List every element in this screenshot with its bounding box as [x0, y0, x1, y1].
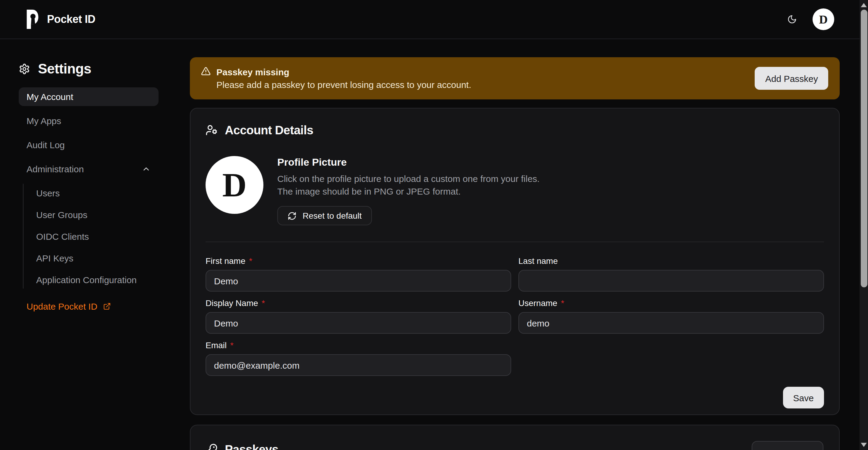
account-form: First name * Last name Display Name * — [206, 257, 824, 376]
passkey-warning-banner: Passkey missing Please add a passkey to … — [190, 57, 840, 99]
moon-icon — [787, 14, 797, 24]
passkeys-add-button-partial[interactable] — [752, 441, 824, 450]
sidebar-item-user-groups[interactable]: User Groups — [36, 205, 181, 224]
sidebar-item-label: Administration — [27, 164, 84, 174]
last-name-field-group: Last name — [518, 257, 824, 292]
profile-picture-info: Profile Picture Click on the profile pic… — [277, 156, 539, 225]
chevron-up-icon — [142, 164, 151, 173]
refresh-icon — [287, 211, 297, 220]
main-content: Passkey missing Please add a passkey to … — [190, 39, 840, 450]
banner-message: Please add a passkey to prevent losing a… — [216, 79, 471, 90]
first-name-field-group: First name * — [206, 257, 511, 292]
profile-picture-section: D Profile Picture Click on the profile p… — [206, 156, 824, 225]
alert-triangle-icon — [201, 66, 211, 76]
profile-picture-desc-2: The image should be in PNG or JPEG forma… — [277, 185, 539, 198]
user-menu-avatar[interactable]: D — [812, 8, 834, 30]
profile-picture-desc-1: Click on the profile picture to upload a… — [277, 173, 539, 185]
brand[interactable]: Pocket ID — [27, 10, 95, 29]
sidebar-item-oidc-clients[interactable]: OIDC Clients — [36, 227, 181, 245]
update-pocket-id-link[interactable]: Update Pocket ID — [27, 301, 181, 312]
passkeys-title: Passkeys — [225, 442, 278, 450]
save-row: Save — [206, 387, 824, 409]
display-name-input[interactable] — [206, 312, 511, 334]
first-name-label: First name * — [206, 257, 511, 265]
required-marker: * — [261, 298, 265, 308]
username-input[interactable] — [518, 312, 824, 334]
profile-picture-heading: Profile Picture — [277, 156, 539, 169]
save-button[interactable]: Save — [783, 387, 824, 409]
required-marker: * — [249, 256, 252, 266]
sidebar-nav: My Account My Apps Audit Log Administrat… — [0, 87, 181, 312]
banner-title: Passkey missing — [216, 67, 471, 77]
required-marker: * — [230, 340, 234, 350]
email-label: Email * — [206, 341, 511, 349]
theme-toggle-button[interactable] — [787, 14, 797, 24]
last-name-label: Last name — [518, 257, 824, 265]
topbar-actions: D — [787, 8, 834, 30]
sidebar-item-label: Audit Log — [27, 140, 65, 150]
account-details-header: Account Details — [206, 123, 824, 137]
sidebar-item-users[interactable]: Users — [36, 184, 181, 202]
sidebar-item-label: My Apps — [27, 116, 61, 126]
app-window: Pocket ID D Settings My Account — [0, 0, 868, 450]
account-details-card: Account Details D Profile Picture Click … — [190, 108, 840, 415]
sidebar-item-my-apps[interactable]: My Apps — [19, 111, 158, 130]
required-marker: * — [561, 298, 564, 308]
avatar-initial: D — [222, 166, 247, 204]
username-field-group: Username * — [518, 299, 824, 334]
scrollbar[interactable] — [860, 0, 868, 450]
banner-text: Passkey missing Please add a passkey to … — [216, 67, 471, 90]
sidebar-item-application-configuration[interactable]: Application Configuration — [36, 270, 181, 289]
add-passkey-button[interactable]: Add Passkey — [755, 67, 828, 90]
divider — [206, 242, 824, 242]
passkeys-header: Passkeys — [206, 442, 824, 450]
external-link-icon — [103, 302, 111, 310]
settings-heading: Settings — [19, 61, 181, 76]
passkeys-card: Passkeys — [190, 425, 840, 450]
email-field-group: Email * — [206, 341, 511, 376]
reset-label: Reset to default — [303, 211, 362, 221]
reset-to-default-button[interactable]: Reset to default — [277, 206, 372, 225]
sidebar-item-label: My Account — [27, 92, 73, 102]
pocket-id-logo — [27, 10, 38, 29]
avatar-initial: D — [819, 12, 828, 26]
gear-icon — [19, 63, 30, 74]
sidebar-item-administration[interactable]: Administration — [19, 160, 158, 178]
update-link-label: Update Pocket ID — [27, 301, 97, 312]
user-cog-icon — [206, 124, 218, 136]
key-icon — [206, 443, 218, 450]
scrollbar-up-arrow[interactable] — [861, 3, 867, 7]
sidebar-item-api-keys[interactable]: API Keys — [36, 249, 181, 267]
administration-submenu: Users User Groups OIDC Clients API Keys … — [23, 184, 181, 289]
display-name-label: Display Name * — [206, 299, 511, 307]
email-input[interactable] — [206, 354, 511, 376]
last-name-input[interactable] — [518, 270, 824, 292]
profile-picture-avatar[interactable]: D — [206, 156, 264, 214]
app-title: Pocket ID — [47, 13, 95, 26]
topbar: Pocket ID D — [0, 0, 868, 39]
display-name-field-group: Display Name * — [206, 299, 511, 334]
scrollbar-thumb[interactable] — [861, 10, 867, 287]
sidebar-item-my-account[interactable]: My Account — [19, 87, 158, 106]
page-title: Settings — [38, 61, 91, 76]
sidebar-item-audit-log[interactable]: Audit Log — [19, 135, 158, 154]
sidebar: Settings My Account My Apps Audit Log Ad… — [0, 39, 181, 312]
scrollbar-down-arrow[interactable] — [861, 443, 867, 447]
first-name-input[interactable] — [206, 270, 511, 292]
account-details-title: Account Details — [225, 123, 313, 137]
username-label: Username * — [518, 299, 824, 307]
